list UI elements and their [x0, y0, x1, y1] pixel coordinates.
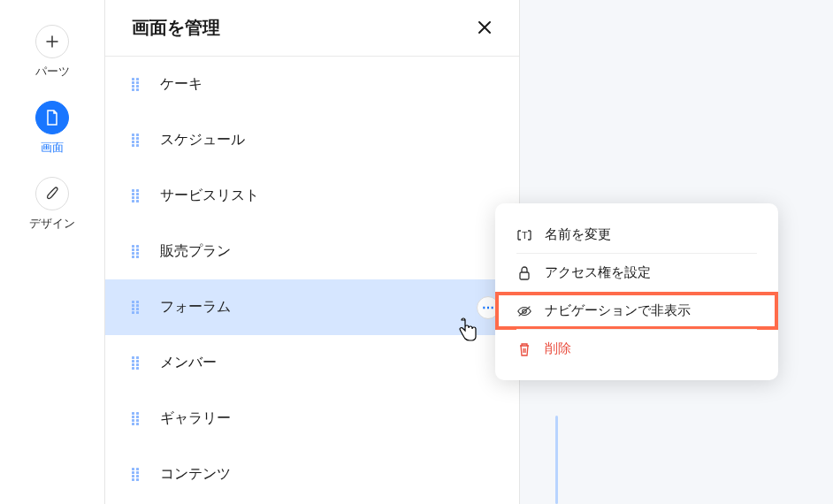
sidebar-label-screens: 画面: [41, 140, 64, 156]
drag-handle-icon[interactable]: [132, 412, 141, 426]
menu-item-rename[interactable]: T 名前を変更: [495, 216, 778, 254]
panel-title: 画面を管理: [132, 16, 220, 40]
menu-item-access[interactable]: アクセス権を設定: [495, 254, 778, 292]
context-menu: T 名前を変更 アクセス権を設定 ナビゲーションで非表示 削除: [495, 203, 778, 380]
page-item[interactable]: フォーラム⋯: [105, 279, 519, 335]
panel-header: 画面を管理: [105, 0, 519, 57]
menu-item-hide-nav[interactable]: ナビゲーションで非表示: [495, 292, 778, 330]
page-item[interactable]: スケジュール: [105, 112, 519, 168]
sidebar-item-screens[interactable]: 画面: [35, 97, 69, 164]
page-item[interactable]: ギャラリー: [105, 391, 519, 447]
drag-handle-icon[interactable]: [132, 134, 141, 148]
trash-icon: [516, 341, 532, 357]
page-list: ケーキスケジュールサービスリスト販売プランフォーラム⋯メンバーギャラリーコンテン…: [105, 57, 519, 504]
decorative-vline: [555, 416, 558, 504]
menu-label-hide-nav: ナビゲーションで非表示: [545, 302, 691, 319]
page-label: ケーキ: [160, 75, 203, 94]
brush-icon: [35, 177, 69, 210]
page-label: コンテンツ: [160, 465, 231, 484]
eye-off-icon: [516, 303, 532, 319]
page-item[interactable]: サービスリスト: [105, 168, 519, 224]
sidebar-item-parts[interactable]: パーツ: [35, 21, 70, 88]
page-icon: [35, 101, 69, 134]
drag-handle-icon[interactable]: [132, 301, 141, 315]
page-item[interactable]: ケーキ: [105, 57, 519, 112]
menu-label-rename: 名前を変更: [545, 226, 611, 243]
menu-item-delete[interactable]: 削除: [495, 330, 778, 368]
drag-handle-icon[interactable]: [132, 78, 141, 92]
drag-handle-icon[interactable]: [132, 245, 141, 259]
page-label: スケジュール: [160, 131, 245, 149]
manage-screens-panel: 画面を管理 ケーキスケジュールサービスリスト販売プランフォーラム⋯メンバーギャラ…: [104, 0, 520, 504]
sidebar-label-design: デザイン: [29, 216, 75, 232]
drag-handle-icon[interactable]: [132, 189, 141, 203]
lock-icon: [516, 265, 532, 281]
close-button[interactable]: [477, 18, 493, 39]
svg-rect-1: [520, 272, 529, 279]
rename-icon: T: [516, 227, 532, 243]
page-item[interactable]: 販売プラン: [105, 224, 519, 279]
left-sidebar: パーツ 画面 デザイン: [0, 0, 104, 504]
page-label: ギャラリー: [160, 409, 231, 428]
drag-handle-icon[interactable]: [132, 468, 141, 482]
drag-handle-icon[interactable]: [132, 356, 141, 370]
sidebar-label-parts: パーツ: [35, 64, 70, 80]
page-label: 販売プラン: [160, 242, 231, 261]
page-label: サービスリスト: [160, 187, 259, 205]
page-item[interactable]: コンテンツ: [105, 447, 519, 502]
page-label: フォーラム: [160, 298, 231, 317]
sidebar-item-design[interactable]: デザイン: [29, 173, 75, 241]
svg-text:T: T: [522, 230, 528, 241]
close-icon: [477, 19, 493, 35]
menu-label-access: アクセス権を設定: [545, 264, 651, 281]
page-label: メンバー: [160, 354, 217, 372]
page-item[interactable]: メンバー: [105, 335, 519, 391]
plus-icon: [35, 25, 69, 58]
menu-label-delete: 削除: [545, 340, 571, 357]
